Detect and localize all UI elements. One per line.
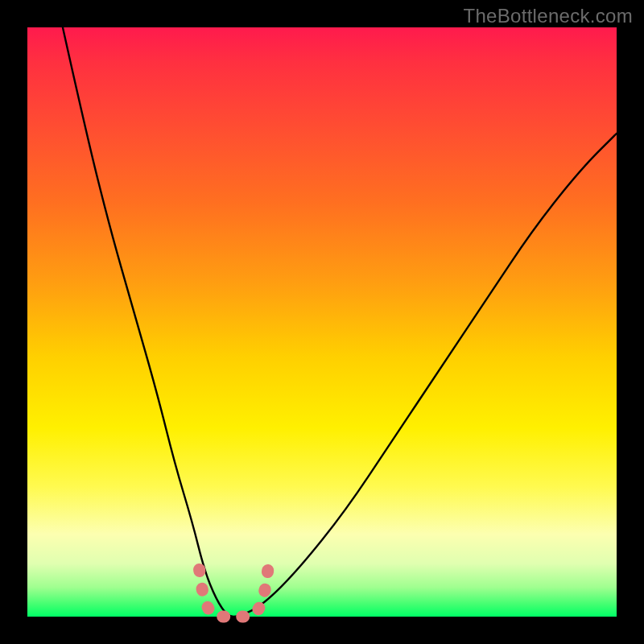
bottleneck-curve <box>63 27 617 617</box>
curve-layer <box>27 27 617 617</box>
bottleneck-curve-path <box>63 27 617 617</box>
plot-area <box>27 27 617 617</box>
minimum-marker <box>200 569 268 617</box>
chart-frame: TheBottleneck.com <box>0 0 644 644</box>
minimum-marker-path <box>200 569 268 617</box>
watermark-text: TheBottleneck.com <box>463 5 633 27</box>
